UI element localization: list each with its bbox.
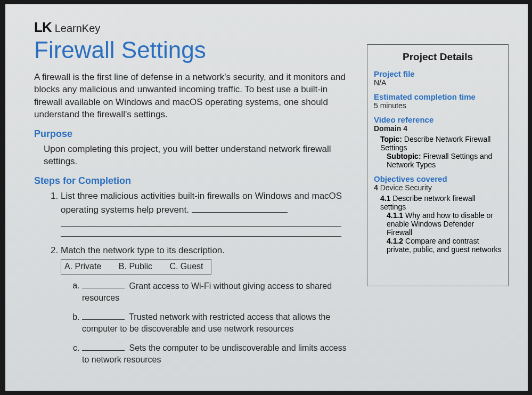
video-ref-domain: Domain 4 — [374, 124, 502, 133]
subitem-a: Grant access to Wi-Fi without giving acc… — [82, 280, 353, 304]
fill-blank-line[interactable] — [61, 226, 341, 227]
steps-list: List three malicious activities built-in… — [34, 190, 353, 366]
steps-heading: Steps for Completion — [34, 175, 353, 187]
option-c: C. Guest — [169, 262, 203, 271]
step-2-text: Match the network type to its descriptio… — [61, 245, 225, 255]
document-page: LK LearnKey Firewall Settings A firewall… — [5, 4, 528, 391]
objectives-label: Objectives covered — [374, 174, 502, 183]
fill-blank-short[interactable] — [82, 311, 125, 320]
main-column: A firewall is the first line of defense … — [34, 71, 353, 374]
video-ref-label: Video reference — [374, 115, 502, 124]
step-1: List three malicious activities built-in… — [61, 190, 353, 237]
brand-mark: LK — [34, 19, 52, 36]
video-ref-subtopic: Subtopic: Firewall Settings and Network … — [387, 152, 502, 169]
brand-block: LK LearnKey — [34, 19, 509, 36]
purpose-body: Upon completing this project, you will b… — [44, 143, 353, 168]
brand-name: LearnKey — [55, 22, 101, 35]
option-a: A. Private — [64, 262, 101, 271]
fill-blank-short[interactable] — [82, 342, 125, 351]
objective-l2: 4.1 Describe network firewall settings — [380, 194, 502, 211]
topic-label: Topic: — [380, 135, 402, 143]
est-time-label: Estimated completion time — [374, 92, 502, 101]
sidebar-title: Project Details — [374, 51, 502, 63]
objective-l3a: 4.1.1 Why and how to disable or enable W… — [387, 211, 502, 237]
subitems-list: Grant access to Wi-Fi without giving acc… — [69, 280, 353, 367]
sidebar-panel: Project Details Project file N/A Estimat… — [367, 44, 509, 286]
objective-l1-num: 4 — [374, 183, 378, 192]
objective-l2-num: 4.1 — [380, 194, 390, 203]
objective-l2-text: Describe network firewall settings — [380, 194, 476, 211]
subtopic-label: Subtopic: — [387, 152, 421, 160]
project-file-value: N/A — [374, 78, 502, 87]
objective-l3b-text: Compare and contrast private, public, an… — [387, 237, 502, 254]
purpose-heading: Purpose — [34, 128, 353, 140]
est-time-value: 5 minutes — [374, 101, 502, 110]
step-2: Match the network type to its descriptio… — [61, 244, 353, 367]
options-box: A. Private B. Public C. Guest — [61, 259, 211, 275]
objective-l3b: 4.1.2 Compare and contrast private, publ… — [387, 237, 502, 254]
fill-blank-short[interactable] — [82, 280, 125, 289]
subitem-c: Sets the computer to be undiscoverable a… — [82, 342, 353, 366]
objective-l3a-num: 4.1.1 — [387, 211, 403, 220]
objective-l1-text: Device Security — [380, 183, 432, 192]
objective-l3b-num: 4.1.2 — [387, 237, 403, 245]
objective-l1: 4 Device Security — [374, 183, 502, 192]
intro-paragraph: A firewall is the first line of defense … — [34, 71, 353, 121]
fill-blank-line[interactable] — [192, 203, 288, 213]
video-ref-topic: Topic: Describe Network Firewall Setting… — [380, 135, 502, 152]
subitem-b: Trusted network with restricted access t… — [82, 311, 353, 335]
option-b: B. Public — [119, 262, 152, 271]
fill-blank-line[interactable] — [61, 236, 341, 237]
project-file-label: Project file — [374, 69, 502, 78]
